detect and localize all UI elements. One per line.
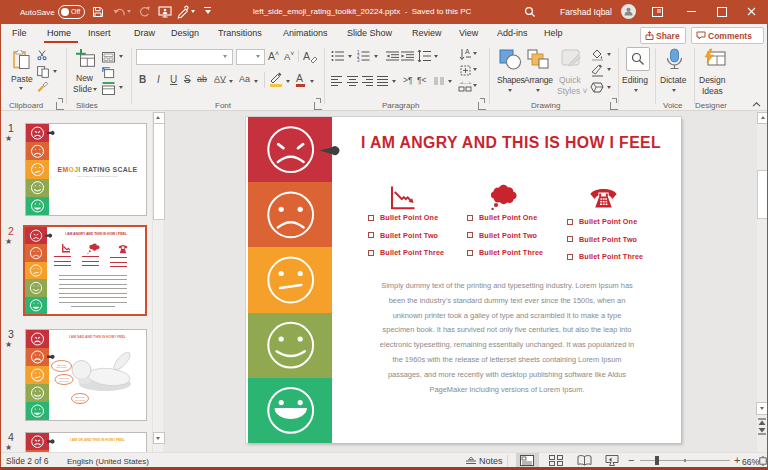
svg-text:side board: side board	[56, 366, 67, 368]
svg-text:side board: side board	[59, 380, 70, 382]
svg-text:side board: side board	[75, 399, 86, 401]
svg-text:3: 3	[357, 58, 360, 62]
svg-text:A: A	[465, 48, 470, 55]
